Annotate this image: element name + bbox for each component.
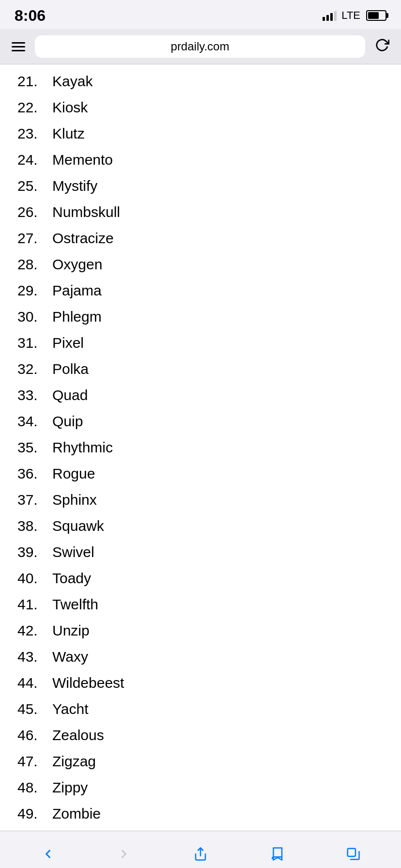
list-item: 27.Ostracize xyxy=(0,225,401,251)
item-number: 37. xyxy=(17,492,52,508)
list-item: 35.Rhythmic xyxy=(0,434,401,461)
list-item: 21.Kayak xyxy=(0,68,401,94)
menu-icon[interactable] xyxy=(10,40,27,53)
item-word: Twelfth xyxy=(52,596,98,613)
browser-bar: prdaily.com xyxy=(0,29,401,64)
url-bar[interactable]: prdaily.com xyxy=(35,35,365,58)
list-item: 49.Zombie xyxy=(0,801,401,827)
item-word: Swivel xyxy=(52,544,94,560)
item-number: 26. xyxy=(17,204,52,220)
item-number: 24. xyxy=(17,152,52,168)
item-number: 21. xyxy=(17,73,52,90)
share-button[interactable] xyxy=(186,839,215,868)
item-word: Polka xyxy=(52,361,89,377)
item-word: Phlegm xyxy=(52,309,102,325)
item-word: Klutz xyxy=(52,125,85,142)
battery-icon xyxy=(366,10,386,21)
item-word: Sphinx xyxy=(52,492,97,508)
status-time: 8:06 xyxy=(15,7,46,25)
content-area: 21.Kayak22.Kiosk23.Klutz24.Memento25.Mys… xyxy=(0,64,401,831)
item-number: 44. xyxy=(17,675,52,691)
list-item: 22.Kiosk xyxy=(0,94,401,121)
signal-bars-icon xyxy=(323,10,337,21)
status-icons: LTE xyxy=(323,9,386,22)
item-number: 28. xyxy=(17,256,52,273)
tabs-button[interactable] xyxy=(339,839,368,868)
list-item: 41.Twelfth xyxy=(0,591,401,618)
reload-icon[interactable] xyxy=(373,36,391,58)
list-item: 24.Memento xyxy=(0,147,401,173)
item-word: Rhythmic xyxy=(52,439,113,456)
item-number: 35. xyxy=(17,439,52,456)
item-number: 43. xyxy=(17,649,52,665)
list-item: 46.Zealous xyxy=(0,722,401,748)
item-word: Mystify xyxy=(52,178,97,194)
item-word: Unzip xyxy=(52,622,90,639)
item-word: Ostracize xyxy=(52,230,114,247)
forward-button[interactable] xyxy=(109,839,139,868)
item-number: 41. xyxy=(17,596,52,613)
item-word: Squawk xyxy=(52,518,104,534)
list-item: 42.Unzip xyxy=(0,618,401,644)
item-number: 30. xyxy=(17,309,52,325)
list-item: 39.Swivel xyxy=(0,539,401,565)
item-number: 38. xyxy=(17,518,52,534)
item-number: 22. xyxy=(17,99,52,116)
list-item: 37.Sphinx xyxy=(0,487,401,513)
list-item: 32.Polka xyxy=(0,356,401,382)
item-number: 49. xyxy=(17,806,52,822)
item-word: Toady xyxy=(52,570,91,587)
list-item: 36.Rogue xyxy=(0,461,401,487)
url-text: prdaily.com xyxy=(171,40,230,53)
bottom-toolbar xyxy=(0,831,401,868)
list-item: 33.Quad xyxy=(0,382,401,408)
item-number: 45. xyxy=(17,701,52,717)
item-number: 46. xyxy=(17,727,52,744)
item-word: Oxygen xyxy=(52,256,102,273)
list-item: 45.Yacht xyxy=(0,696,401,722)
list-item: 38.Squawk xyxy=(0,513,401,539)
item-number: 33. xyxy=(17,387,52,403)
item-number: 36. xyxy=(17,465,52,482)
list-item: 43.Waxy xyxy=(0,644,401,670)
item-number: 32. xyxy=(17,361,52,377)
back-button[interactable] xyxy=(33,839,62,868)
item-number: 40. xyxy=(17,570,52,587)
list-item: 34.Quip xyxy=(0,408,401,434)
item-number: 48. xyxy=(17,779,52,796)
item-number: 47. xyxy=(17,753,52,770)
item-word: Zealous xyxy=(52,727,104,744)
list-item: 31.Pixel xyxy=(0,330,401,356)
list-item: 47.Zigzag xyxy=(0,748,401,775)
item-word: Waxy xyxy=(52,649,88,665)
item-word: Rogue xyxy=(52,465,95,482)
list-item: 28.Oxygen xyxy=(0,251,401,278)
list-item: 29.Pajama xyxy=(0,278,401,304)
item-number: 42. xyxy=(17,622,52,639)
item-word: Zigzag xyxy=(52,753,96,770)
bookmarks-button[interactable] xyxy=(262,839,292,868)
list-item: 23.Klutz xyxy=(0,121,401,147)
list-item: 48.Zippy xyxy=(0,775,401,801)
item-word: Zippy xyxy=(52,779,88,796)
item-number: 31. xyxy=(17,335,52,351)
item-word: Yacht xyxy=(52,701,89,717)
list-item: 40.Toady xyxy=(0,565,401,591)
item-number: 39. xyxy=(17,544,52,560)
item-number: 25. xyxy=(17,178,52,194)
svg-rect-1 xyxy=(348,848,355,856)
list-item: 26.Numbskull xyxy=(0,199,401,225)
item-word: Quip xyxy=(52,413,83,430)
list-item: 30.Phlegm xyxy=(0,304,401,330)
item-word: Pajama xyxy=(52,282,102,299)
list-item: 25.Mystify xyxy=(0,173,401,199)
item-number: 27. xyxy=(17,230,52,247)
item-word: Numbskull xyxy=(52,204,120,220)
item-number: 23. xyxy=(17,125,52,142)
item-word: Wildebeest xyxy=(52,675,124,691)
item-word: Pixel xyxy=(52,335,84,351)
status-bar: 8:06 LTE xyxy=(0,0,401,29)
list-item: 44.Wildebeest xyxy=(0,670,401,696)
lte-label: LTE xyxy=(341,9,360,22)
item-word: Zombie xyxy=(52,806,101,822)
